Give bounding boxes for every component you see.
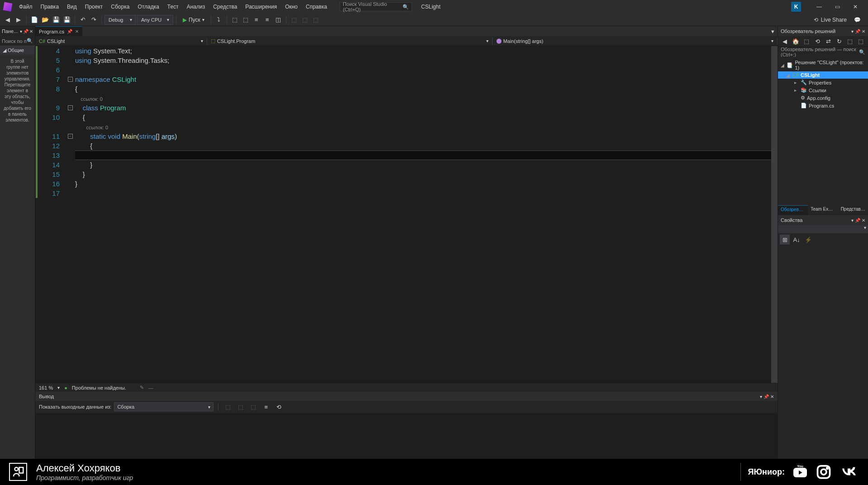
menu-отладка[interactable]: Отладка [134, 2, 162, 12]
tb-icon-4[interactable]: ≡ [262, 15, 272, 25]
vk-icon[interactable] [839, 464, 859, 480]
pin-icon[interactable]: 📌 [855, 29, 860, 34]
dropdown-icon[interactable]: ▾ [851, 218, 854, 223]
menu-анализ[interactable]: Анализ [183, 2, 209, 12]
close-icon[interactable]: ✕ [75, 29, 79, 34]
open-button[interactable]: 📂 [40, 15, 50, 25]
tree-project[interactable]: ◢ C# CSLight [778, 71, 868, 79]
output-tb-2[interactable]: ⬚ [236, 402, 246, 412]
expand-icon[interactable]: ◢ [781, 63, 785, 68]
output-tb-1[interactable]: ⬚ [223, 402, 233, 412]
code-line[interactable]: { [75, 113, 771, 122]
status-icon-1[interactable]: ✎ [140, 385, 144, 391]
zoom-level[interactable]: 161 % [39, 385, 53, 391]
menu-средства[interactable]: Средства [209, 2, 241, 12]
forward-button[interactable]: ▶ [14, 15, 24, 25]
platform-dropdown[interactable]: Any CPU▾ [137, 15, 173, 25]
tree-item[interactable]: ▸📚Ссылки [778, 86, 868, 94]
nav-project-dropdown[interactable]: C# CSLight ▾ [35, 38, 207, 45]
tree-item[interactable]: ⚙App.config [778, 94, 868, 102]
toolbox-group-general[interactable]: ◢ Общие [0, 46, 35, 55]
fold-toggle-icon[interactable]: − [68, 105, 73, 110]
tb-icon-5[interactable]: ◫ [273, 15, 283, 25]
menu-правка[interactable]: Правка [37, 2, 63, 12]
minimize-button[interactable]: — [810, 0, 828, 13]
fold-toggle-icon[interactable]: − [68, 77, 73, 82]
output-source-dropdown[interactable]: Сборка▾ [114, 402, 213, 411]
menu-сборка[interactable]: Сборка [107, 2, 133, 12]
se-tb-refresh[interactable]: ↻ [834, 37, 844, 47]
props-alpha-button[interactable]: A↓ [792, 235, 802, 245]
feedback-icon[interactable]: 💬 [854, 17, 861, 23]
code-line[interactable]: ссылок: 0 [75, 94, 771, 103]
right-tab[interactable]: Представле... [838, 205, 868, 215]
start-debug-button[interactable]: ▶Пуск▾ [179, 17, 208, 23]
right-tab[interactable]: Обозревате... [778, 205, 808, 215]
code-line[interactable]: using System.Threading.Tasks; [75, 56, 771, 65]
tab-program-cs[interactable]: Program.cs 📌 ✕ [35, 26, 82, 36]
menu-окно[interactable]: Окно [281, 2, 301, 12]
tb-icon-3[interactable]: ≡ [251, 15, 261, 25]
tb-icon-7[interactable]: ⬚ [300, 15, 310, 25]
se-tb-1[interactable]: ⬚ [802, 37, 811, 47]
tb-icon-8[interactable]: ⬚ [311, 15, 321, 25]
dropdown-icon[interactable]: ▾ [20, 29, 22, 34]
menu-вид[interactable]: Вид [63, 2, 81, 12]
tb-icon-2[interactable]: ⬚ [241, 15, 251, 25]
menu-файл[interactable]: Файл [15, 2, 36, 12]
maximize-button[interactable]: ▭ [828, 0, 846, 13]
code-line[interactable]: class Program [75, 103, 771, 113]
live-share-button[interactable]: ⟲ Live Share 💬 [809, 17, 865, 23]
pin-icon[interactable]: 📌 [764, 394, 769, 399]
redo-button[interactable]: ↷ [89, 15, 99, 25]
fold-toggle-icon[interactable]: − [68, 134, 73, 139]
solution-explorer-search[interactable]: Обозреватель решений — поиск (Ctrl+;) 🔍 [778, 47, 868, 57]
menu-проект[interactable]: Проект [81, 2, 107, 12]
instagram-icon[interactable] [816, 464, 832, 480]
code-line[interactable]: namespace CSLight [75, 75, 771, 84]
output-tb-4[interactable]: ≡ [261, 402, 271, 412]
code-line[interactable]: { [75, 84, 771, 94]
close-icon[interactable]: ✕ [862, 218, 865, 223]
code-line[interactable]: } [75, 160, 771, 170]
expand-icon[interactable]: ◢ [786, 73, 791, 78]
close-icon[interactable]: ✕ [770, 394, 774, 399]
tb-icon-1[interactable]: ⬚ [230, 15, 240, 25]
code-line[interactable] [75, 65, 771, 75]
status-icon-2[interactable]: — [148, 385, 153, 391]
global-search-input[interactable]: Поиск Visual Studio (Ctrl+Q) 🔍 [340, 2, 412, 11]
code-line[interactable]: ссылок: 0 [75, 122, 771, 132]
pin-icon[interactable]: 📌 [855, 218, 860, 223]
menu-расширения[interactable]: Расширения [242, 2, 280, 12]
close-icon[interactable]: ✕ [862, 29, 865, 34]
se-tb-2[interactable]: ⟲ [812, 37, 822, 47]
dropdown-icon[interactable]: ▾ [851, 29, 854, 34]
save-button[interactable]: 💾 [51, 15, 61, 25]
code-line[interactable] [75, 151, 771, 160]
step-into-button[interactable]: ⤵ [214, 15, 224, 25]
code-line[interactable]: using System.Text; [75, 46, 771, 56]
right-tab[interactable]: Team Explor... [808, 205, 838, 215]
code-line[interactable]: static void Main(string[] args) [75, 132, 771, 141]
config-dropdown[interactable]: Debug▾ [104, 15, 136, 25]
menu-тест[interactable]: Тест [164, 2, 182, 12]
code-line[interactable]: { [75, 141, 771, 151]
se-tb-4[interactable]: ⬚ [845, 37, 855, 47]
youtube-icon[interactable]: You [792, 464, 808, 480]
new-project-button[interactable]: 📄 [29, 15, 39, 25]
vertical-scrollbar[interactable] [771, 46, 778, 383]
pin-icon[interactable]: 📌 [23, 29, 28, 34]
toolbox-search-input[interactable]: Поиск по п 🔍 [0, 36, 35, 46]
undo-button[interactable]: ↶ [78, 15, 88, 25]
user-avatar[interactable]: K [791, 2, 801, 12]
code-line[interactable] [75, 188, 771, 198]
se-tb-3[interactable]: ⇄ [823, 37, 833, 47]
dropdown-icon[interactable]: ▾ [864, 225, 866, 233]
output-tb-5[interactable]: ⟲ [274, 402, 284, 412]
se-tb-back[interactable]: ◀ [780, 37, 790, 47]
menu-справка[interactable]: Справка [302, 2, 331, 12]
tree-item[interactable]: 📄Program.cs [778, 102, 868, 109]
code-line[interactable]: } [75, 170, 771, 179]
code-line[interactable]: } [75, 179, 771, 188]
tree-item[interactable]: ▸🔧Properties [778, 79, 868, 86]
